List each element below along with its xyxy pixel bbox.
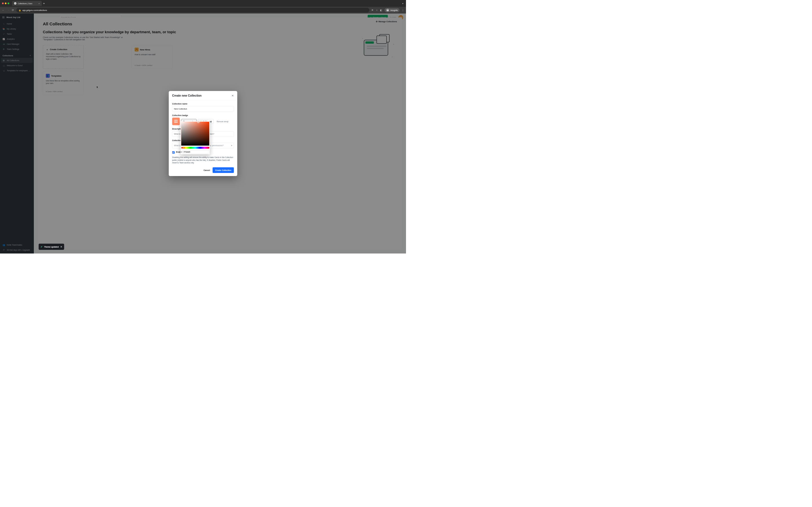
browser-tab[interactable]: G Collections | Guru ×: [12, 1, 42, 6]
button-label: Create Collection: [215, 169, 232, 171]
chevron-down-icon: ▾: [231, 145, 232, 147]
color-saturation-area[interactable]: [181, 122, 209, 146]
check-icon: ✔: [41, 245, 43, 248]
nav-forward-button[interactable]: →: [7, 9, 10, 12]
incognito-badge: 🕶 Incognito: [385, 8, 400, 12]
incognito-icon: 🕶: [386, 9, 389, 12]
extensions-icon[interactable]: ◧: [380, 9, 382, 11]
site-lock-icon: 🔒: [18, 9, 21, 11]
create-collection-modal: Create new Collection ✕ Collection name …: [169, 91, 238, 176]
color-hue-slider[interactable]: [181, 147, 209, 149]
hex-input[interactable]: [183, 150, 209, 154]
badge-preview: [172, 118, 180, 125]
name-label: Collection name: [172, 103, 234, 105]
tab-title: Collections | Guru: [18, 2, 33, 4]
window-maximize-button[interactable]: [8, 3, 9, 4]
window-minimize-button[interactable]: [5, 3, 6, 4]
url-text: app.getguru.com/collections: [22, 9, 47, 11]
hue-thumb[interactable]: [181, 147, 184, 149]
tracking-icon[interactable]: 👁: [371, 9, 373, 11]
remove-emoji-button[interactable]: Remove emoji: [215, 119, 230, 124]
browser-toolbar: ← → ⟳ 🔒 app.getguru.com/collections 👁 ☆ …: [0, 7, 406, 13]
create-collection-button[interactable]: Create Collection: [213, 167, 234, 173]
toast-message: Theme updated: [44, 245, 59, 248]
tabs-overflow-icon[interactable]: ▾: [402, 2, 403, 4]
nav-back-button[interactable]: ←: [2, 9, 5, 12]
button-label: Cancel: [204, 169, 210, 171]
cancel-button[interactable]: Cancel: [204, 169, 210, 171]
window-titlebar: G Collections | Guru × + ▾: [0, 0, 406, 7]
hex-prefix: #: [181, 151, 183, 153]
modal-title: Create new Collection: [172, 94, 202, 97]
mouse-cursor: [97, 86, 99, 89]
toast-notification: ✔ Theme updated ✕: [39, 244, 64, 250]
color-picker-popover: #: [181, 121, 210, 154]
tab-close-icon[interactable]: ×: [38, 2, 40, 5]
modal-close-button[interactable]: ✕: [232, 94, 234, 97]
tab-favicon: G: [14, 2, 16, 4]
address-bar[interactable]: 🔒 app.getguru.com/collections: [16, 8, 369, 13]
browser-menu-icon[interactable]: ⋮: [402, 9, 404, 11]
badge-label: Collection badge: [172, 114, 234, 117]
button-label: Remove emoji: [216, 120, 229, 122]
collection-name-input[interactable]: [172, 106, 234, 112]
nav-reload-button[interactable]: ⟳: [11, 9, 14, 12]
new-tab-button[interactable]: +: [43, 2, 45, 5]
window-close-button[interactable]: [2, 3, 4, 4]
window-controls: [2, 3, 9, 4]
enable-help-text: Disabling this setting will remove the a…: [172, 156, 234, 164]
bookmark-icon[interactable]: ☆: [376, 9, 378, 11]
toast-close-icon[interactable]: ✕: [60, 245, 62, 248]
enable-public-checkbox[interactable]: [172, 151, 175, 154]
incognito-label: Incognito: [391, 9, 398, 11]
